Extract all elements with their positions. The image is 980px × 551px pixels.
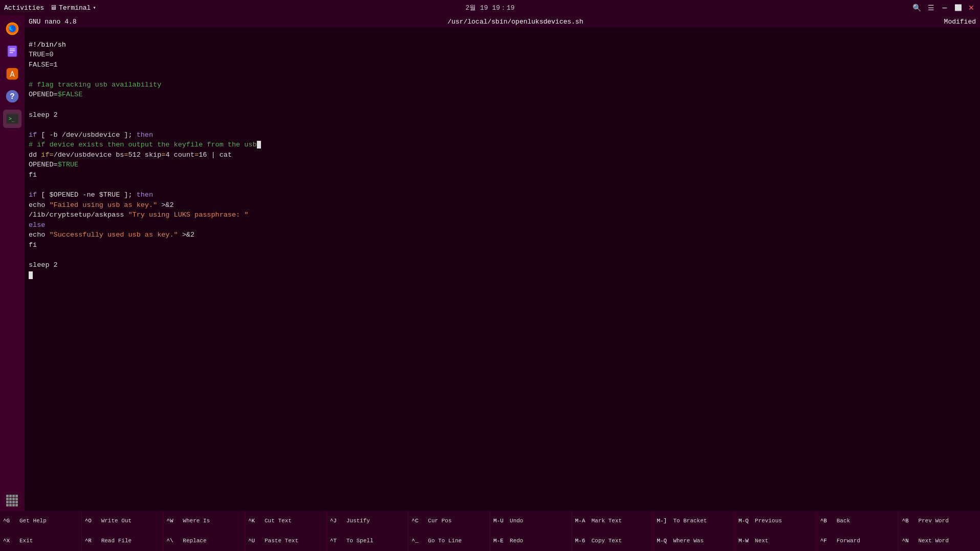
sidebar-terminal-icon[interactable]: >_ [3,110,21,128]
shortcut-key-next-word: ^N [902,538,916,544]
nano-filepath: /usr/local/sbin/openluksdevices.sh [87,18,944,26]
shortcut-label-where-is: Where Is [183,517,210,524]
shortcut-key-exit: ^X [3,538,17,544]
shortcut-where-is[interactable]: ^W Where Is [163,511,245,531]
menu-icon[interactable]: ☰ [926,3,936,13]
shortcut-bar: ^G Get Help ^X Exit ^O Write Out ^R Read… [0,511,980,551]
shortcut-label-justify: Justify [346,517,370,524]
shortcut-read-file[interactable]: ^R Read File [82,531,163,551]
shortcut-label-back: Back [837,517,850,524]
shortcut-key-read-file: ^R [85,538,99,544]
top-bar: Activities 🖥 Terminal ▾ 2월 19 19：19 🔍 ☰ … [0,0,980,15]
shortcut-previous[interactable]: M-Q Previous [735,511,817,531]
shortcut-col-4: ^J Justify ^T To Spell [327,511,409,551]
svg-rect-5 [10,50,15,51]
shortcut-key-prev-word: ^B [902,518,916,524]
svg-rect-6 [10,52,13,53]
shortcut-label-exit: Exit [19,537,33,544]
sidebar-appstore-icon[interactable]: A [3,65,21,83]
shortcut-label-previous: Previous [755,517,782,524]
shortcut-label-cut-text: Cut Text [265,517,292,524]
activities-button[interactable]: Activities [4,4,44,12]
shortcut-label-read-file: Read File [101,537,132,544]
shortcut-key-paste-text: ^U [248,538,263,544]
nano-version: GNU nano 4.8 [29,18,87,26]
shortcut-exit[interactable]: ^X Exit [0,531,81,551]
shortcut-label-next: Next [755,537,768,544]
close-button[interactable]: ✕ [967,3,976,12]
shortcut-label-forward: Forward [837,537,860,544]
shortcut-label-replace: Replace [183,537,206,544]
shortcut-redo[interactable]: M-E Redo [490,531,572,551]
search-icon[interactable]: 🔍 [911,3,922,13]
shortcut-key-to-bracket: M-] [657,518,671,524]
shortcut-to-bracket[interactable]: M-] To Bracket [654,511,735,531]
nano-header: GNU nano 4.8 /usr/local/sbin/openluksdev… [25,15,980,28]
editor-area[interactable]: #!/bin/sh TRUE=0 FALSE=1 # flag tracking… [25,28,980,511]
shortcut-label-copy-text: Copy Text [592,537,622,544]
shortcut-col-10: ^B Back ^F Forward [817,511,899,551]
terminal-title[interactable]: 🖥 Terminal ▾ [50,4,96,12]
shortcut-label-cur-pos: Cur Pos [428,517,451,524]
shortcut-label-next-word: Next Word [918,537,948,544]
shortcut-mark-text[interactable]: M-A Mark Text [572,511,654,531]
shortcut-key-to-spell: ^T [330,538,344,544]
terminal-icon: 🖥 [50,4,57,12]
show-apps-button[interactable] [6,495,18,507]
shortcut-label-go-to-line: Go To Line [428,537,462,544]
shortcut-where-was[interactable]: M-Q Where Was [654,531,735,551]
top-bar-right: 🔍 ☰ – ⬜ ✕ [911,3,976,13]
shortcut-key-forward: ^F [820,538,835,544]
shortcut-col-3: ^K Cut Text ^U Paste Text [245,511,327,551]
shortcut-key-next: M-W [738,538,753,544]
shortcut-to-spell[interactable]: ^T To Spell [327,531,408,551]
shortcut-get-help[interactable]: ^G Get Help [0,511,81,531]
shortcut-cur-pos[interactable]: ^C Cur Pos [408,511,490,531]
shortcut-forward[interactable]: ^F Forward [817,531,899,551]
shortcut-cut-text[interactable]: ^K Cut Text [245,511,326,531]
shortcut-label-mark-text: Mark Text [592,517,622,524]
shortcut-key-where-is: ^W [166,518,181,524]
shortcut-key-back: ^B [820,518,835,524]
restore-button[interactable]: ⬜ [953,3,963,12]
shortcut-col-1: ^O Write Out ^R Read File [82,511,164,551]
svg-text:A: A [10,70,15,79]
shortcut-key-replace: ^\ [166,538,181,544]
shortcut-replace[interactable]: ^\ Replace [163,531,245,551]
shortcut-write-out[interactable]: ^O Write Out [82,511,163,531]
shortcut-label-get-help: Get Help [19,517,47,524]
shortcut-key-get-help: ^G [3,518,17,524]
shortcut-undo[interactable]: M-U Undo [490,511,572,531]
shortcut-key-go-to-line: ^_ [411,538,426,544]
shortcut-next-word[interactable]: ^N Next Word [899,531,980,551]
sidebar-help-icon[interactable]: ? [3,87,21,105]
terminal-chevron-icon[interactable]: ▾ [93,5,96,11]
shortcut-back[interactable]: ^B Back [817,511,899,531]
shortcut-key-cur-pos: ^C [411,518,426,524]
shortcut-key-cut-text: ^K [248,518,263,524]
shortcut-copy-text[interactable]: M-6 Copy Text [572,531,654,551]
shortcut-col-2: ^W Where Is ^\ Replace [163,511,245,551]
shortcut-key-copy-text: M-6 [575,538,590,544]
sidebar-firefox-icon[interactable] [3,19,21,38]
sidebar: A ? >_ [0,15,25,511]
shortcut-justify[interactable]: ^J Justify [327,511,408,531]
shortcut-col-9: M-Q Previous M-W Next [735,511,817,551]
shortcut-label-redo: Redo [510,537,523,544]
shortcut-col-5: ^C Cur Pos ^_ Go To Line [408,511,490,551]
svg-text:?: ? [10,92,14,101]
shortcut-label-paste-text: Paste Text [265,537,298,544]
shortcut-col-0: ^G Get Help ^X Exit [0,511,82,551]
shortcut-paste-text[interactable]: ^U Paste Text [245,531,326,551]
shortcut-label-prev-word: Prev Word [918,517,948,524]
shortcut-go-to-line[interactable]: ^_ Go To Line [408,531,490,551]
minimize-button[interactable]: – [940,3,949,12]
shortcut-label-to-bracket: To Bracket [673,517,707,524]
svg-rect-4 [10,49,15,50]
shortcut-key-mark-text: M-A [575,518,590,524]
shortcut-prev-word[interactable]: ^B Prev Word [899,511,980,531]
sidebar-files-icon[interactable] [3,42,21,60]
shortcut-next[interactable]: M-W Next [735,531,817,551]
shortcut-col-8: M-] To Bracket M-Q Where Was [654,511,735,551]
shortcut-key-write-out: ^O [85,518,99,524]
